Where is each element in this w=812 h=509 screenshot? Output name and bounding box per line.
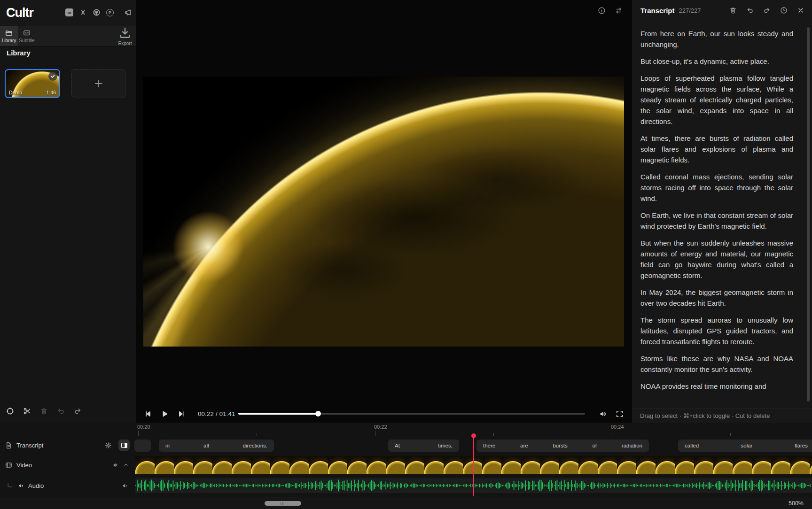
word-chip-group[interactable]: [134, 440, 151, 452]
chevron-up-icon: [123, 462, 129, 468]
skip-back-button[interactable]: [143, 409, 153, 418]
word-chip[interactable]: are: [520, 443, 528, 448]
time-display: 00:22 / 01:41: [198, 410, 235, 417]
linkedin-icon[interactable]: in: [65, 8, 73, 16]
progress-knob[interactable]: [315, 411, 321, 416]
fullscreen-icon: [616, 410, 624, 418]
social-links: in X P: [65, 8, 132, 16]
library-clip-demo[interactable]: Demo 1:46: [5, 69, 60, 98]
ruler-tick: [730, 433, 731, 436]
audio-speaker-icon: [18, 482, 25, 489]
word-chip[interactable]: At: [395, 443, 400, 448]
audio-mute-button[interactable]: [122, 482, 129, 489]
tab-library[interactable]: Library: [0, 26, 18, 46]
undo-button[interactable]: [55, 406, 66, 416]
x-icon[interactable]: X: [79, 8, 87, 16]
undo-icon[interactable]: [746, 7, 754, 14]
ribbon-tabbar: Library Subtitle Export: [0, 26, 136, 46]
transcript-paragraph[interactable]: But when the sun suddenly unleashes mass…: [640, 238, 793, 281]
ruler-tick: [493, 433, 494, 436]
word-chip[interactable]: times,: [438, 443, 453, 448]
subtitle-icon: [23, 29, 31, 37]
word-chip[interactable]: in: [165, 443, 170, 448]
document-icon: [5, 442, 12, 449]
transcript-paragraph[interactable]: But close-up, it's a dynamic, active pla…: [640, 56, 793, 67]
clip-name: Demo: [9, 90, 22, 95]
speaker-icon: [112, 462, 119, 469]
close-icon[interactable]: [797, 7, 804, 14]
timeline-zoom-level: 500%: [789, 500, 804, 507]
tab-library-label: Library: [2, 38, 16, 43]
transcript-paragraph[interactable]: At times, there are bursts of radiation …: [640, 133, 793, 165]
word-chip-group[interactable]: called solar flares: [678, 440, 812, 452]
tab-subtitle[interactable]: Subtitle: [18, 26, 36, 46]
word-chip-group[interactable]: At times,: [388, 440, 459, 452]
transcript-scrollbar[interactable]: [807, 27, 810, 401]
export-label: Export: [118, 41, 132, 46]
add-media-button[interactable]: [71, 69, 125, 98]
film-icon: [5, 462, 12, 469]
crosshair-icon: [6, 407, 14, 415]
transcript-paragraph[interactable]: NOAA provides real time monitoring and: [640, 381, 793, 392]
trash-icon[interactable]: [729, 7, 737, 14]
transcript-body[interactable]: From here on Earth, our sun looks steady…: [632, 21, 812, 409]
word-chip[interactable]: solar: [741, 443, 753, 448]
play-button[interactable]: [160, 409, 169, 418]
transcript-panel: Transcript 227/227 From here on Earth, o…: [632, 0, 812, 423]
ruler-label: 00:20: [137, 424, 150, 430]
word-chip[interactable]: all: [203, 443, 209, 448]
progress-bar[interactable]: [238, 413, 585, 415]
video-mute-button[interactable]: [112, 462, 119, 469]
word-chip-group[interactable]: there are bursts of radiation: [476, 440, 649, 452]
toggle-panel-button[interactable]: [118, 440, 130, 451]
speaker-icon: [122, 482, 129, 489]
player-bar: 00:22 / 01:41: [136, 403, 632, 424]
transcript-paragraph[interactable]: Called coronal mass ejections, sending s…: [640, 171, 793, 204]
columns-icon: [121, 442, 128, 449]
volume-button[interactable]: [598, 409, 608, 418]
word-chip[interactable]: directions.: [243, 443, 267, 448]
megaphone-icon[interactable]: [124, 8, 132, 16]
info-icon[interactable]: [598, 7, 606, 15]
nest-corner-icon: [6, 482, 13, 489]
github-icon[interactable]: [93, 8, 101, 16]
ruler-tick: [612, 431, 612, 436]
locate-playhead-button[interactable]: [5, 406, 15, 416]
transcript-header-icons: [729, 7, 804, 14]
transcript-paragraph[interactable]: Loops of superheated plasma follow tangl…: [640, 73, 793, 127]
export-button[interactable]: Export: [114, 26, 136, 46]
sun-video-still: [143, 77, 624, 347]
word-chip-group[interactable]: in all directions.: [159, 440, 274, 452]
transcript-header: Transcript 227/227: [632, 0, 812, 21]
preview-canvas: 00:22 / 01:41: [136, 0, 632, 430]
history-icon[interactable]: [780, 7, 788, 14]
clip-duration: 1:46: [47, 90, 56, 95]
collapse-video-button[interactable]: [123, 462, 129, 468]
transcript-paragraph[interactable]: Storms like these are why NASA and NOAA …: [640, 353, 793, 375]
fullscreen-button[interactable]: [615, 409, 624, 418]
word-chip[interactable]: flares: [795, 443, 808, 448]
word-chip[interactable]: there: [483, 443, 495, 448]
redo-button[interactable]: [72, 406, 83, 416]
transcript-paragraph[interactable]: From here on Earth, our sun looks steady…: [640, 28, 793, 50]
scissors-icon: [23, 407, 31, 415]
transcript-paragraph[interactable]: In May 2024, the biggest geomagnetic sto…: [640, 287, 793, 308]
video-preview[interactable]: [143, 77, 624, 347]
transcript-paragraph[interactable]: On Earth, we live in that constant strea…: [640, 210, 793, 231]
word-chip[interactable]: radiation: [622, 443, 642, 448]
transcript-settings-button[interactable]: [105, 442, 112, 449]
word-chip[interactable]: of: [592, 443, 597, 448]
swap-icon[interactable]: [615, 7, 623, 15]
playhead[interactable]: [473, 435, 474, 496]
word-chip[interactable]: called: [685, 443, 699, 448]
cut-button[interactable]: [22, 406, 32, 416]
redo-icon[interactable]: [763, 7, 771, 14]
transcript-paragraph[interactable]: The storm spread auroras to unusually lo…: [640, 315, 793, 347]
progress-fill: [238, 413, 318, 415]
producthunt-icon[interactable]: P: [106, 9, 114, 16]
word-chip[interactable]: bursts: [553, 443, 567, 448]
transcript-hint: Drag to select · ⌘+click to toggle · Cut…: [640, 412, 770, 419]
horizontal-scrollbar[interactable]: [265, 501, 301, 506]
skip-forward-button[interactable]: [176, 409, 186, 418]
delete-button[interactable]: [39, 406, 49, 416]
